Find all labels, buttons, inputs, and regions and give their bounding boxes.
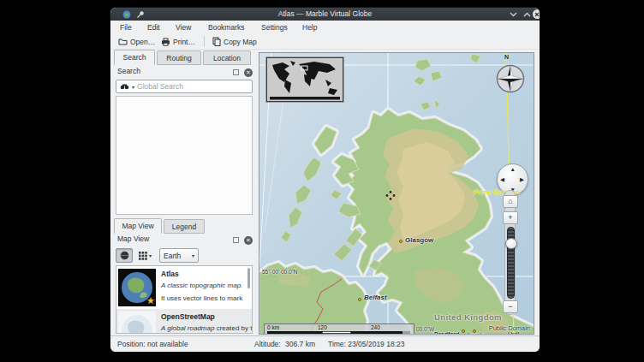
list-item-atlas[interactable]: ★ Atlas A classic topographic map. It us… (116, 266, 252, 309)
status-time: Time: 23/05/2019 18:23 (328, 340, 404, 348)
screenshot-stage: Atlas — Marble Virtual Globe File Edit V… (0, 0, 644, 362)
minus-icon: − (508, 302, 512, 311)
search-options-chevron-icon[interactable]: ▾ (132, 84, 134, 90)
leeds-label: Leeds (468, 332, 485, 335)
close-button[interactable] (532, 9, 540, 19)
search-results-list[interactable] (116, 96, 253, 215)
copy-map-button[interactable]: Copy Map (210, 35, 259, 48)
projection-globe-button[interactable] (116, 248, 133, 263)
print-label: Print… (173, 38, 195, 46)
home-button[interactable]: ⌂ (503, 195, 518, 208)
scale-segment (402, 331, 410, 334)
latitude-grid-label: 55° 00' 00.0"N (262, 269, 298, 275)
scale-mid: 120 (318, 324, 327, 330)
tab-location[interactable]: Location (203, 50, 251, 65)
float-panel-icon-2[interactable] (233, 237, 239, 243)
status-position: Position: not available (117, 340, 188, 348)
world-map-icon (267, 58, 343, 101)
map-theme-list: ★ Atlas A classic topographic map. It us… (116, 265, 253, 334)
compass-icon[interactable] (495, 63, 526, 94)
glasgow-marker (399, 240, 402, 243)
print-button[interactable]: Print… (158, 35, 198, 48)
search-panel-title: Search (117, 67, 140, 75)
float-panel-icon[interactable] (233, 69, 239, 75)
menu-file[interactable]: File (120, 23, 132, 32)
printer-icon (161, 38, 170, 46)
sidebar-tabbar: Search Routing Location (114, 50, 258, 65)
compass-north-label: N (504, 54, 509, 60)
menu-edit[interactable]: Edit (147, 23, 160, 32)
zoom-in-button[interactable]: + (503, 211, 518, 224)
pan-right-icon[interactable]: ▶ (520, 176, 524, 183)
bradford-marker (462, 329, 465, 333)
scale-end: 240 (371, 324, 380, 330)
search-panel-header: Search ✕ (114, 67, 258, 79)
atlas-thumbnail: ★ (118, 269, 156, 306)
close-panel-icon-2[interactable]: ✕ (244, 236, 253, 245)
map-theme-desc: A classic topographic map. (161, 282, 242, 289)
menu-bookmarks[interactable]: Bookmarks (208, 23, 245, 32)
mapview-panel-title: Map View (117, 234, 149, 243)
tab-legend[interactable]: Legend (164, 219, 205, 234)
osm-thumbnail (118, 312, 156, 334)
app-window: Atlas — Marble Virtual Globe File Edit V… (110, 8, 540, 352)
list-scrollbar[interactable] (247, 268, 250, 288)
celestial-body-value: Earth (164, 252, 181, 260)
home-icon: ⌂ (508, 197, 512, 205)
search-placeholder: Global Search (137, 82, 183, 91)
overview-map[interactable] (266, 57, 343, 102)
list-item-openstreetmap[interactable]: OpenStreetMap A global roadmap created b… (116, 309, 252, 334)
svg-text:★: ★ (146, 295, 155, 306)
titlebar[interactable]: Atlas — Marble Virtual Globe (110, 8, 540, 21)
zoom-slider-handle[interactable] (505, 238, 517, 249)
menu-view[interactable]: View (176, 23, 191, 32)
copy-map-label: Copy Map (224, 38, 257, 46)
scale-segment (267, 331, 322, 334)
celestial-body-select[interactable]: Earth ▾ (159, 248, 199, 263)
status-altitude-value: 306.7 km (285, 340, 315, 348)
status-altitude-label: Altitude: (254, 340, 281, 348)
bradford-label: Bradford (434, 331, 460, 335)
map-viewport[interactable]: N ▲ ▼ ◀ ▶ Prime Meridian ⌂ (259, 52, 534, 335)
close-icon (533, 9, 540, 19)
close-panel-icon[interactable]: ✕ (244, 68, 253, 77)
scale-segment (322, 331, 351, 334)
maximize-button[interactable] (522, 9, 532, 19)
statusbar: Position: not available Altitude: 306.7 … (110, 335, 540, 352)
view-mode-button[interactable]: ▾ (135, 248, 155, 263)
longitude-grid-label: 00.0"W (416, 326, 434, 332)
map-theme-title: OpenStreetMap (161, 312, 215, 321)
scale-segment (351, 331, 402, 334)
country-label: United Kingdom (434, 312, 502, 322)
grid-icon (139, 252, 147, 260)
plus-icon: + (508, 213, 512, 222)
pan-up-icon[interactable]: ▲ (510, 166, 516, 172)
map-theme-desc-2: It uses vector lines to mark (161, 294, 242, 302)
mapview-panel-header: Map View ✕ (114, 234, 258, 246)
glasgow-label: Glasgow (405, 236, 433, 244)
copy-icon (212, 37, 221, 46)
zoom-out-button[interactable]: − (503, 300, 518, 313)
scale-zero: 0 km (267, 324, 279, 330)
tab-routing[interactable]: Routing (157, 50, 201, 65)
menubar: File Edit View Bookmarks Settings Help (110, 21, 540, 33)
view-tabbar: Map View Legend (114, 219, 258, 234)
tab-map-view[interactable]: Map View (114, 218, 162, 234)
chevron-down-icon: ▾ (192, 252, 194, 258)
menu-settings[interactable]: Settings (261, 23, 288, 32)
global-search-input[interactable]: ▾ Global Search (116, 80, 253, 93)
scale-bar: 0 km 120 240 (264, 323, 414, 335)
pan-left-icon[interactable]: ◀ (500, 176, 504, 183)
search-icon (120, 83, 129, 90)
map-theme-desc: A global roadmap (161, 324, 214, 332)
globe-icon (120, 251, 129, 260)
window-title: Atlas — Marble Virtual Globe (110, 9, 540, 18)
belfast-marker (358, 298, 361, 301)
open-button[interactable]: Open… (116, 35, 158, 48)
menu-help[interactable]: Help (302, 23, 317, 32)
minimize-button[interactable] (508, 9, 518, 19)
toolbar-separator (204, 36, 205, 47)
folder-icon (118, 38, 128, 45)
tab-search[interactable]: Search (114, 50, 155, 65)
open-label: Open… (130, 38, 155, 46)
